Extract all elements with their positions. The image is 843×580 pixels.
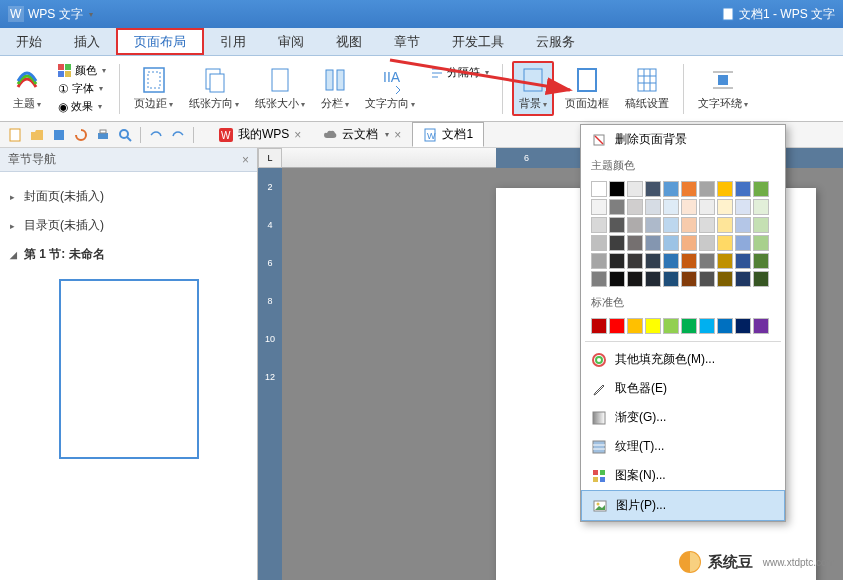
color-swatch[interactable]	[753, 253, 769, 269]
nav-item-cover[interactable]: ▸封面页(未插入)	[6, 182, 251, 211]
color-swatch[interactable]	[681, 181, 697, 197]
color-swatch[interactable]	[717, 181, 733, 197]
color-swatch[interactable]	[717, 199, 733, 215]
color-swatch[interactable]	[627, 199, 643, 215]
color-swatch[interactable]	[753, 199, 769, 215]
tab-my-wps[interactable]: W 我的WPS ×	[208, 122, 312, 147]
color-swatch[interactable]	[627, 181, 643, 197]
pattern-item[interactable]: 图案(N)...	[581, 461, 785, 490]
color-swatch[interactable]	[591, 271, 607, 287]
color-swatch[interactable]	[681, 217, 697, 233]
color-swatch[interactable]	[591, 181, 607, 197]
eyedropper-item[interactable]: 取色器(E)	[581, 374, 785, 403]
save-button[interactable]	[50, 126, 68, 144]
page-border-button[interactable]: 页面边框	[560, 63, 614, 114]
color-swatch[interactable]	[735, 271, 751, 287]
margin-button[interactable]: 页边距▾	[129, 63, 178, 114]
color-swatch[interactable]	[699, 235, 715, 251]
effect-button[interactable]: ◉效果▾	[54, 98, 110, 115]
menu-insert[interactable]: 插入	[58, 28, 116, 55]
color-swatch[interactable]	[663, 217, 679, 233]
color-swatch[interactable]	[717, 217, 733, 233]
color-swatch[interactable]	[717, 235, 733, 251]
vertical-ruler[interactable]: 2 4 6 8 10 12	[258, 168, 282, 580]
color-swatch[interactable]	[681, 199, 697, 215]
breaks-button[interactable]: 分隔符▾	[426, 64, 493, 81]
print-button[interactable]	[94, 126, 112, 144]
background-button[interactable]: 背景▾	[512, 61, 554, 116]
color-swatch[interactable]	[717, 253, 733, 269]
color-swatch[interactable]	[627, 318, 643, 334]
undo-button[interactable]	[147, 126, 165, 144]
more-colors-item[interactable]: 其他填充颜色(M)...	[581, 345, 785, 374]
text-wrap-button[interactable]: 文字环绕▾	[693, 63, 753, 114]
menu-review[interactable]: 审阅	[262, 28, 320, 55]
color-swatch[interactable]	[591, 217, 607, 233]
menu-chapters[interactable]: 章节	[378, 28, 436, 55]
close-tab-icon[interactable]: ×	[394, 128, 401, 142]
color-swatch[interactable]	[627, 253, 643, 269]
menu-references[interactable]: 引用	[204, 28, 262, 55]
color-swatch[interactable]	[753, 318, 769, 334]
color-swatch[interactable]	[645, 271, 661, 287]
app-menu-arrow[interactable]: ▾	[89, 10, 93, 19]
color-swatch[interactable]	[699, 271, 715, 287]
color-swatch[interactable]	[681, 271, 697, 287]
columns-button[interactable]: 分栏▾	[316, 63, 354, 114]
open-button[interactable]	[28, 126, 46, 144]
color-swatch[interactable]	[609, 253, 625, 269]
color-swatch[interactable]	[609, 271, 625, 287]
color-swatch[interactable]	[627, 235, 643, 251]
manuscript-button[interactable]: 稿纸设置	[620, 63, 674, 114]
color-swatch[interactable]	[663, 253, 679, 269]
close-tab-icon[interactable]: ×	[294, 128, 301, 142]
color-swatch[interactable]	[645, 181, 661, 197]
picture-item[interactable]: 图片(P)...	[581, 490, 785, 521]
gradient-item[interactable]: 渐变(G)...	[581, 403, 785, 432]
color-swatch[interactable]	[717, 318, 733, 334]
nav-item-toc[interactable]: ▸目录页(未插入)	[6, 211, 251, 240]
color-swatch[interactable]	[627, 271, 643, 287]
color-swatch[interactable]	[735, 235, 751, 251]
color-swatch[interactable]	[663, 199, 679, 215]
color-swatch[interactable]	[609, 217, 625, 233]
color-swatch[interactable]	[663, 235, 679, 251]
theme-button[interactable]: 主题▾	[8, 63, 46, 114]
color-swatch[interactable]	[663, 271, 679, 287]
tab-doc1[interactable]: W 文档1	[412, 122, 484, 147]
color-swatch[interactable]	[753, 181, 769, 197]
color-swatch[interactable]	[591, 199, 607, 215]
color-swatch[interactable]	[645, 253, 661, 269]
new-button[interactable]	[6, 126, 24, 144]
menu-page-layout[interactable]: 页面布局	[116, 28, 204, 55]
color-swatch[interactable]	[591, 253, 607, 269]
text-direction-button[interactable]: IIA 文字方向▾	[360, 63, 420, 114]
font-button[interactable]: ①字体▾	[54, 80, 110, 97]
color-swatch[interactable]	[609, 199, 625, 215]
color-swatch[interactable]	[735, 181, 751, 197]
color-swatch[interactable]	[753, 235, 769, 251]
menu-cloud[interactable]: 云服务	[520, 28, 591, 55]
color-swatch[interactable]	[609, 318, 625, 334]
color-swatch[interactable]	[645, 199, 661, 215]
delete-background-item[interactable]: 删除页面背景	[581, 125, 785, 154]
color-swatch[interactable]	[699, 318, 715, 334]
color-swatch[interactable]	[717, 271, 733, 287]
close-panel-icon[interactable]: ×	[242, 153, 249, 167]
menu-dev-tools[interactable]: 开发工具	[436, 28, 520, 55]
color-swatch[interactable]	[735, 217, 751, 233]
color-swatch[interactable]	[609, 181, 625, 197]
menu-view[interactable]: 视图	[320, 28, 378, 55]
texture-item[interactable]: 纹理(T)...	[581, 432, 785, 461]
color-swatch[interactable]	[699, 199, 715, 215]
color-swatch[interactable]	[753, 217, 769, 233]
preview-button[interactable]	[116, 126, 134, 144]
refresh-button[interactable]	[72, 126, 90, 144]
menu-start[interactable]: 开始	[0, 28, 58, 55]
color-swatch[interactable]	[609, 235, 625, 251]
color-button[interactable]: 颜色▾	[54, 62, 110, 79]
color-swatch[interactable]	[663, 318, 679, 334]
color-swatch[interactable]	[645, 217, 661, 233]
color-swatch[interactable]	[735, 199, 751, 215]
page-thumbnail[interactable]	[59, 279, 199, 459]
